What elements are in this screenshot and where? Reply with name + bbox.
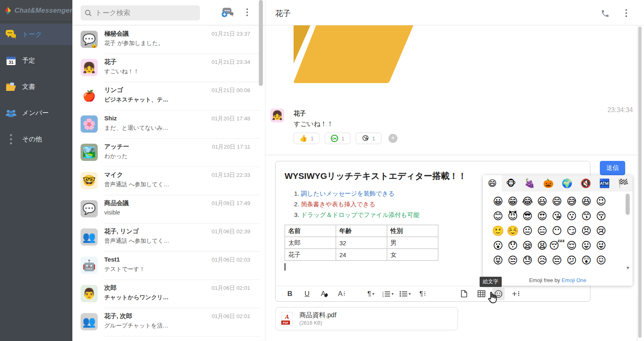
app-window: Chat&Messenger トーク — [0, 0, 644, 341]
sidebar-item-others[interactable]: その他 — [0, 129, 72, 150]
chat-list-item[interactable]: 🌸 Shiz 01月20日 17:48 まだ、と退いてないみ… — [72, 111, 265, 139]
add-reaction-button[interactable]: + — [388, 134, 397, 143]
emoji[interactable]: 😲 — [579, 253, 594, 268]
chat-list-item[interactable]: 🤖 Test1 01月06日 02:03 テストでーす！ — [72, 252, 265, 280]
emoji[interactable]: 😃 — [535, 194, 550, 209]
bold-button[interactable]: B — [284, 288, 296, 300]
emoji-category-tab[interactable]: 😄 — [483, 175, 502, 192]
emoji[interactable]: 😎 — [520, 209, 535, 224]
emoji[interactable]: 😈 — [505, 209, 520, 224]
chat-list-item[interactable]: 👧 花子 01月21日 23:34 すごいね！！ — [72, 54, 265, 82]
kebab-menu-icon — [0, 133, 22, 145]
emoji[interactable]: 😶 — [550, 224, 564, 238]
emoji[interactable]: ☺️ — [505, 224, 520, 238]
emoji[interactable]: 😚 — [594, 209, 608, 224]
send-button[interactable]: 送信 — [600, 161, 625, 175]
ordered-list-button[interactable]: 1 2 3 ▾ — [382, 288, 394, 300]
scroll-down-arrow-icon[interactable]: ▼ — [626, 265, 630, 270]
emoji[interactable]: 😗 — [564, 209, 579, 224]
table-header-cell: 性別 — [387, 225, 438, 237]
emoji[interactable]: 😌 — [564, 238, 579, 253]
emoji-category-tab[interactable]: 🌍 — [558, 175, 577, 192]
emoji[interactable]: 😙 — [579, 209, 594, 224]
call-icon[interactable] — [601, 9, 610, 20]
emoji[interactable]: 😣 — [579, 224, 594, 238]
emoji[interactable]: 😄 — [550, 194, 564, 209]
emoji[interactable]: 😥 — [535, 253, 550, 268]
emoji[interactable]: 😉 — [594, 194, 608, 209]
emoji[interactable]: 😐 — [520, 224, 535, 238]
emoji-one-link[interactable]: Emoji One — [561, 277, 586, 283]
emoji-category-tab[interactable]: 🎃 — [539, 175, 558, 192]
attachment-card[interactable]: A PDF 商品資料.pdf (2616 KB) — [275, 307, 458, 330]
emoji[interactable]: 😘 — [550, 209, 564, 224]
chat-list-item[interactable]: 👥 花子, 次郎 01月06日 02:01 グループチャットを活… — [72, 308, 265, 336]
emoji[interactable]: 😆 — [579, 194, 594, 209]
reaction-pill[interactable]: 😘1 — [356, 133, 381, 144]
emoji[interactable]: 😖 — [594, 253, 608, 268]
chat-list-item[interactable]: 💬 商品会議 01月09日 17:49 visible — [72, 195, 265, 224]
emoji[interactable]: 😫 — [535, 238, 550, 253]
talk-search-input[interactable] — [95, 9, 193, 17]
list-menu-icon[interactable] — [246, 8, 248, 18]
emoji-category-tab[interactable]: 🔇 — [577, 175, 595, 192]
insert-file-button[interactable] — [458, 288, 470, 300]
paragraph-format-button[interactable]: ¶▾ — [365, 288, 377, 300]
chat-list-item[interactable]: 🍎 リンゴ 01月21日 00:08 ビジネスチャット、テ… — [72, 82, 265, 111]
emoji-category-tab[interactable]: 🐵 — [502, 175, 521, 192]
sidebar-item-documents[interactable]: 文書 — [0, 76, 72, 97]
emoji[interactable]: 😴 — [550, 238, 564, 253]
chat-list-item[interactable]: 🤓 マイク 01月13日 22:33 音声通話 へ参加してく… — [72, 167, 265, 195]
emoji[interactable]: 😓 — [520, 253, 535, 268]
chat-list-item[interactable]: 👨 次郎 01月06日 02:01 チャットからワンクリ… — [72, 280, 265, 308]
emoji[interactable]: 😢 — [594, 224, 608, 238]
chat-list-item[interactable]: 👥 花子, リンゴ 01月06日 02:39 音声通話 へ参加してく… — [72, 224, 265, 252]
sidebar-item-members[interactable]: メンバー — [0, 102, 72, 124]
emoji[interactable]: 😏 — [564, 224, 579, 238]
emoji[interactable]: 😜 — [594, 238, 608, 253]
emoji[interactable]: 😪 — [520, 238, 535, 253]
main-scrollbar[interactable] — [637, 26, 642, 341]
emoji[interactable]: 😔 — [550, 253, 564, 268]
emoji-picker-scrollbar[interactable] — [626, 194, 630, 215]
reaction-pill[interactable]: OK1 — [325, 133, 350, 144]
emoji[interactable]: 😍 — [535, 209, 550, 224]
chat-preview: テストでーす！ — [104, 266, 227, 273]
font-options-button[interactable]: A — [335, 288, 348, 300]
emoji[interactable]: 😂 — [520, 194, 535, 209]
emoji[interactable]: 😀 — [491, 194, 505, 209]
chat-list-scrollbar[interactable] — [259, 0, 263, 86]
reaction-emoji: 😘 — [362, 135, 369, 142]
sidebar-item-talk[interactable]: トーク — [0, 24, 72, 45]
avatar: 👨 — [81, 285, 98, 302]
emoji[interactable]: 🙂 — [491, 224, 505, 238]
text-color-button[interactable]: A — [318, 288, 330, 300]
emoji[interactable]: 😕 — [564, 253, 579, 268]
chat-menu-icon[interactable] — [625, 9, 627, 19]
emoji[interactable]: 😁 — [505, 194, 520, 209]
sidebar-item-schedule[interactable]: 31 予定 — [0, 50, 72, 71]
bullet-list-button[interactable]: ▾ — [399, 288, 411, 300]
underline-button[interactable]: U — [301, 288, 313, 300]
chat-list-item[interactable]: 🏞️ アッチー 01月20日 17:11 わかった — [72, 139, 265, 167]
emoji[interactable]: 😮 — [491, 238, 505, 253]
new-chat-icon[interactable] — [221, 7, 235, 20]
talk-search-box[interactable] — [81, 5, 200, 20]
chat-list-item[interactable]: 💬🔒 極秘会議 01月21日 23:37 花子 が参加しました。 — [72, 26, 265, 54]
main-scrollbar-thumb[interactable] — [638, 27, 642, 338]
emoji-category-tab[interactable]: 🍇 — [521, 175, 539, 192]
emoji-category-tab[interactable]: 🏁 — [614, 175, 633, 192]
emoji-category-tab[interactable]: 🏧 — [595, 175, 614, 192]
emoji[interactable]: 😝 — [491, 253, 505, 268]
paragraph-more-button[interactable]: ¶ — [416, 288, 429, 300]
more-plugins-button[interactable]: + — [509, 288, 522, 300]
ordered-list-icon: 1 2 3 — [382, 291, 390, 297]
emoji[interactable]: 😑 — [535, 224, 550, 238]
emoji[interactable]: 😒 — [505, 253, 520, 268]
reaction-pill[interactable]: 👍1 — [294, 133, 319, 144]
emoji[interactable]: 😊 — [491, 209, 505, 224]
emoji[interactable]: 😯 — [505, 238, 520, 253]
emoji[interactable]: 😅 — [564, 194, 579, 209]
emoji[interactable]: 😛 — [579, 238, 594, 253]
insert-table-button[interactable] — [475, 288, 487, 300]
